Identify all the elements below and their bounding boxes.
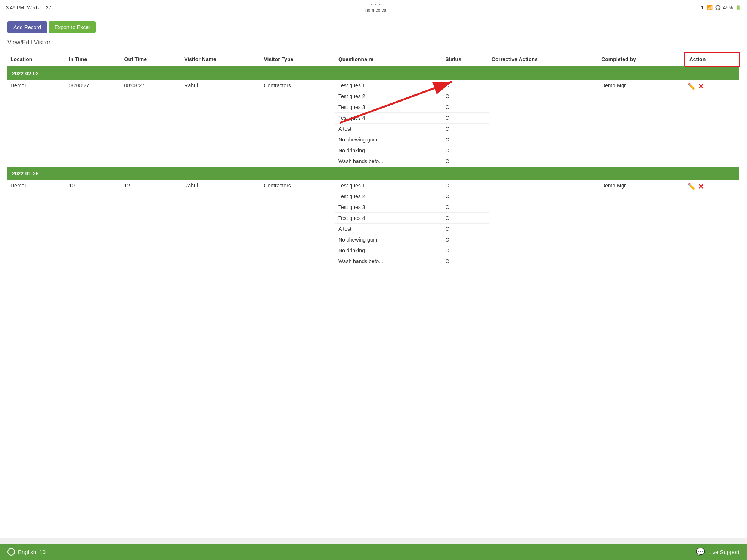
edit-icon[interactable]: ✏️ [688, 83, 696, 91]
delete-icon[interactable]: ✕ [698, 183, 704, 191]
cell-questionnaire: No chewing gum [335, 234, 442, 245]
dots-icon: • • • [370, 2, 381, 7]
cell-questionnaire: Wash hands befo... [335, 256, 442, 267]
cell-action: ✏️ ✕ [685, 180, 739, 267]
cell-corrective-actions [489, 80, 598, 167]
action-icons: ✏️ ✕ [688, 83, 736, 91]
visitor-table: Location In Time Out Time Visitor Name V… [7, 52, 740, 267]
main-container: Add Record Export to Excel View/Edit Vis… [0, 15, 747, 538]
status-bar-right: ⬆ 📶 🎧 45% 🔋 [700, 5, 741, 10]
cell-status: C [442, 234, 489, 245]
table-header-row: Location In Time Out Time Visitor Name V… [7, 52, 739, 66]
col-header-status: Status [442, 52, 489, 66]
cell-questionnaire: No drinking [335, 145, 442, 156]
headphone-icon: 🎧 [715, 5, 721, 10]
table-row: Demo11012RahulContractorsTest ques 1CDem… [7, 180, 739, 191]
cell-intime: 10 [66, 180, 121, 267]
date-group-row: 2022-02-02 [7, 66, 739, 80]
battery-icon: 🔋 [735, 5, 741, 10]
time: 3:49 PM [6, 5, 24, 10]
cell-visitor-name: Rahul [181, 180, 261, 267]
add-record-button[interactable]: Add Record [7, 21, 47, 33]
date-group-row: 2022-01-26 [7, 167, 739, 181]
toolbar: Add Record Export to Excel [7, 21, 740, 33]
cell-action: ✏️ ✕ [685, 80, 739, 167]
col-header-corrective-actions: Corrective Actions [489, 52, 598, 66]
col-header-intime: In Time [66, 52, 121, 66]
cell-status: C [442, 202, 489, 213]
col-header-action: Action [685, 52, 739, 66]
status-bar-left: 3:49 PM Wed Jul 27 [6, 5, 51, 10]
cell-questionnaire: Test ques 1 [335, 180, 442, 191]
action-icons: ✏️ ✕ [688, 183, 736, 191]
cell-questionnaire: A test [335, 224, 442, 234]
cell-intime: 08:08:27 [66, 80, 121, 167]
cell-questionnaire: No drinking [335, 245, 442, 256]
export-excel-button[interactable]: Export to Excel [49, 21, 96, 33]
status-bar-center: • • • normex.ca [365, 2, 386, 13]
col-header-questionnaire: Questionnaire [335, 52, 442, 66]
cell-questionnaire: Test ques 3 [335, 202, 442, 213]
edit-icon[interactable]: ✏️ [688, 183, 696, 191]
col-header-visitor-name: Visitor Name [181, 52, 261, 66]
wifi-icon: 📶 [707, 5, 713, 10]
cell-location: Demo1 [7, 180, 66, 267]
cell-questionnaire: A test [335, 124, 442, 134]
table-wrapper: Location In Time Out Time Visitor Name V… [7, 52, 740, 267]
cell-questionnaire: Test ques 2 [335, 91, 442, 102]
cell-questionnaire: Test ques 4 [335, 213, 442, 224]
cell-questionnaire: Test ques 4 [335, 113, 442, 124]
cell-status: C [442, 180, 489, 191]
cell-visitor-name: Rahul [181, 80, 261, 167]
cell-questionnaire: Wash hands befo... [335, 156, 442, 167]
cell-status: C [442, 113, 489, 124]
status-bar: 3:49 PM Wed Jul 27 • • • normex.ca ⬆ 📶 🎧… [0, 0, 747, 15]
delete-icon[interactable]: ✕ [698, 83, 704, 91]
cell-completed-by: Demo Mgr [598, 80, 684, 167]
col-header-location: Location [7, 52, 66, 66]
cell-status: C [442, 102, 489, 113]
page-title: View/Edit Visitor [7, 39, 740, 46]
cell-status: C [442, 256, 489, 267]
location-icon: ⬆ [700, 5, 704, 10]
cell-status: C [442, 124, 489, 134]
cell-questionnaire: Test ques 3 [335, 102, 442, 113]
cell-visitor-type: Contractors [261, 180, 335, 267]
cell-location: Demo1 [7, 80, 66, 167]
date: Wed Jul 27 [27, 5, 51, 10]
cell-status: C [442, 156, 489, 167]
cell-status: C [442, 213, 489, 224]
cell-questionnaire: Test ques 2 [335, 191, 442, 202]
cell-questionnaire: No chewing gum [335, 134, 442, 145]
col-header-completed-by: Completed by [598, 52, 684, 66]
col-header-outtime: Out Time [121, 52, 182, 66]
battery-level: 45% [723, 5, 733, 10]
cell-visitor-type: Contractors [261, 80, 335, 167]
table-row: Demo108:08:2708:08:27RahulContractorsTes… [7, 80, 739, 91]
cell-status: C [442, 191, 489, 202]
col-header-visitor-type: Visitor Type [261, 52, 335, 66]
cell-status: C [442, 145, 489, 156]
cell-status: C [442, 80, 489, 91]
domain: normex.ca [365, 7, 386, 13]
cell-status: C [442, 134, 489, 145]
cell-questionnaire: Test ques 1 [335, 80, 442, 91]
cell-status: C [442, 91, 489, 102]
cell-completed-by: Demo Mgr [598, 180, 684, 267]
cell-status: C [442, 224, 489, 234]
cell-outtime: 08:08:27 [121, 80, 182, 167]
cell-corrective-actions [489, 180, 598, 267]
cell-outtime: 12 [121, 180, 182, 267]
cell-status: C [442, 245, 489, 256]
